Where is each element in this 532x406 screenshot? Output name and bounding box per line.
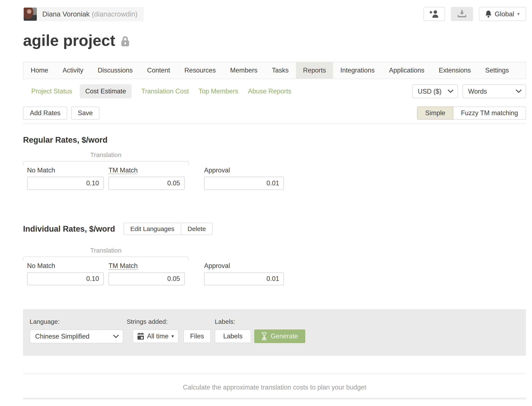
report-tab-cost-estimate[interactable]: Cost Estimate [80,84,132,99]
individual-rates-heading: Individual Rates, $/word [23,224,115,233]
report-subtab-row: Project Status Cost Estimate Translation… [23,84,526,99]
tab-resources[interactable]: Resources [177,62,223,79]
translation-group-label: Translation [23,247,189,254]
rate-inputs-row [23,272,526,285]
top-actions: Global ▾ [423,7,526,21]
report-tab-abuse-reports[interactable]: Abuse Reports [248,87,291,95]
currency-select[interactable]: USD ($) [412,84,458,98]
page: Diana Voroniak (dianacrowdin) Global ▾ [23,0,526,399]
language-select[interactable]: Chinese Simplified [30,329,123,343]
approval-label: Approval [204,262,284,270]
divider [23,123,526,124]
individual-rates-actions: Edit Languages Delete [124,223,213,235]
lock-icon [121,36,130,47]
avatar [24,7,37,21]
tab-activity[interactable]: Activity [55,62,90,79]
notifications-global-button[interactable]: Global ▾ [479,7,526,21]
user-name: Diana Voroniak [42,10,90,18]
report-filters: USD ($) Words [412,84,526,98]
tab-discussions[interactable]: Discussions [90,62,140,79]
no-match-label: No Match [27,167,104,174]
tab-content[interactable]: Content [140,62,177,79]
language-label: Language: [30,318,123,326]
unit-select[interactable]: Words [463,84,526,98]
tab-applications[interactable]: Applications [382,62,431,79]
delete-button[interactable]: Delete [181,223,213,235]
generate-button[interactable]: Generate [254,329,305,343]
no-match-label: No Match [27,262,104,270]
report-generator-panel: Language: Chinese Simplified Strings add… [23,309,526,356]
global-label: Global [495,10,514,18]
invite-user-button[interactable] [423,7,445,21]
approval-rate-input[interactable] [204,177,284,190]
generate-column: Generate [251,318,305,343]
bell-icon [485,10,492,18]
calendar-icon [137,333,144,340]
download-report-button[interactable] [451,7,473,21]
strings-added-column: Strings added: All time ▾ [127,318,178,343]
project-tabs: Home Activity Discussions Content Resour… [23,62,526,79]
individual-rates-section: Individual Rates, $/word Edit Languages … [23,223,526,285]
date-range-button[interactable]: All time ▾ [133,329,178,343]
no-match-rate-input[interactable] [27,177,104,190]
labels-column: Labels: Labels [215,318,251,343]
report-subtabs: Project Status Cost Estimate Translation… [31,84,301,99]
rate-labels-row: No Match TM Match Approval [23,167,526,174]
page-title: agile project [23,31,115,50]
mode-toggle: Simple Fuzzy TM matching [417,107,526,120]
rates-toolbar: Add Rates Save Simple Fuzzy TM matching [23,107,526,120]
tab-settings[interactable]: Settings [478,62,516,79]
language-column: Language: Chinese Simplified [30,318,123,343]
footer-hint: Calculate the approximate translation co… [23,384,526,391]
regular-rates-heading: Regular Rates, $/word [23,135,526,145]
tm-match-label: TM Match [109,167,185,174]
rate-inputs-row [23,177,526,190]
edit-languages-button[interactable]: Edit Languages [124,223,181,235]
files-column: Files [178,318,211,343]
user-handle: (dianacrowdin) [92,10,138,18]
bottom-divider-bar [23,398,526,399]
save-button[interactable]: Save [71,107,100,120]
tab-integrations[interactable]: Integrations [333,62,382,79]
fuzzy-tm-matching-button[interactable]: Fuzzy TM matching [453,107,526,120]
hourglass-icon [261,332,267,340]
download-icon [457,10,467,18]
divider [23,373,526,374]
tab-home[interactable]: Home [23,62,55,79]
tm-match-rate-input[interactable] [109,177,185,190]
labels-label: Labels: [215,318,251,326]
files-button[interactable]: Files [183,329,211,343]
report-tab-project-status[interactable]: Project Status [31,87,72,95]
user-chip[interactable]: Diana Voroniak (dianacrowdin) [23,7,144,21]
tab-reports[interactable]: Reports [296,62,333,79]
approval-label: Approval [204,167,284,174]
add-rates-button[interactable]: Add Rates [23,107,67,120]
tm-match-label: TM Match [109,262,185,270]
top-bar: Diana Voroniak (dianacrowdin) Global ▾ [23,0,526,21]
approval-rate-input[interactable] [204,272,284,285]
tab-tasks[interactable]: Tasks [265,62,296,79]
no-match-rate-input[interactable] [27,272,104,285]
simple-mode-button[interactable]: Simple [417,107,453,120]
generate-label: Generate [271,333,298,340]
report-tab-top-members[interactable]: Top Members [199,87,238,95]
strings-added-label: Strings added: [127,318,178,326]
page-title-row: agile project [23,31,526,50]
regular-rates-section: Regular Rates, $/word Translation No Mat… [23,135,526,190]
translation-group-box [23,257,189,261]
translation-group-label: Translation [23,151,189,159]
date-range-value: All time [147,333,169,340]
chevron-down-icon: ▾ [517,11,520,16]
add-user-icon [430,10,439,18]
rate-labels-row: No Match TM Match Approval [23,262,526,270]
report-tab-translation-cost[interactable]: Translation Cost [141,87,189,95]
translation-group-box [23,161,189,165]
tab-members[interactable]: Members [223,62,265,79]
tm-match-rate-input[interactable] [109,272,185,285]
labels-button[interactable]: Labels [215,329,251,343]
tab-extensions[interactable]: Extensions [431,62,478,79]
caret-down-icon: ▾ [171,334,174,339]
